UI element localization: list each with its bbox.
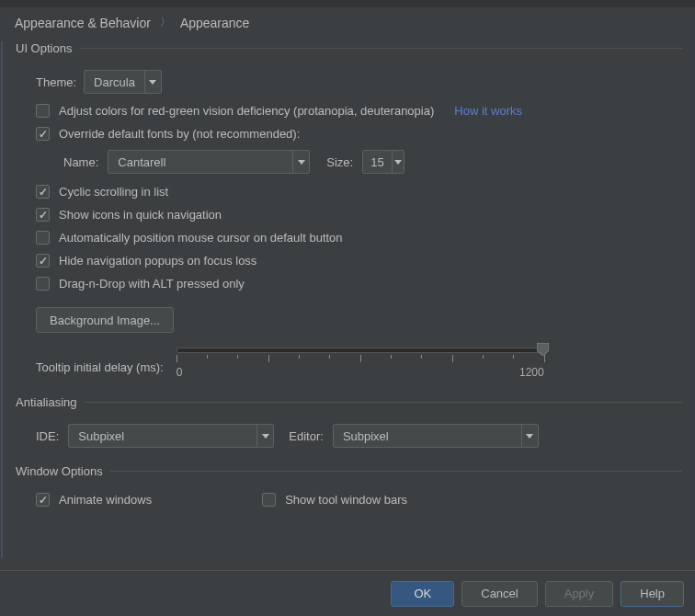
auto-mouse-label: Automatically position mouse cursor on d… xyxy=(59,231,343,245)
animate-windows-label: Animate windows xyxy=(59,493,152,507)
breadcrumb-parent[interactable]: Appearance & Behavior xyxy=(15,16,151,30)
chevron-down-icon[interactable] xyxy=(144,71,161,93)
slider-max-label: 1200 xyxy=(519,366,544,379)
svg-marker-5 xyxy=(526,434,533,439)
dialog-footer: OK Cancel Apply Help xyxy=(0,570,695,616)
chevron-right-icon: 〉 xyxy=(160,15,171,30)
chevron-down-icon[interactable] xyxy=(521,425,538,447)
svg-marker-1 xyxy=(298,160,305,165)
tooltip-delay-slider[interactable] xyxy=(177,348,544,353)
show-icons-checkbox[interactable] xyxy=(36,208,50,222)
svg-marker-3 xyxy=(537,343,549,356)
show-tool-bars-label: Show tool window bars xyxy=(285,493,407,507)
hide-popups-checkbox[interactable] xyxy=(36,254,50,268)
editor-aa-select[interactable]: Subpixel xyxy=(333,424,539,448)
adjust-colors-checkbox[interactable] xyxy=(36,104,50,118)
drag-alt-checkbox[interactable] xyxy=(36,277,50,291)
chevron-down-icon[interactable] xyxy=(392,151,404,173)
section-title-antialiasing: Antialiasing xyxy=(16,395,77,409)
breadcrumb-current: Appearance xyxy=(180,16,250,30)
animate-windows-checkbox[interactable] xyxy=(36,493,50,507)
theme-select[interactable]: Darcula xyxy=(84,70,162,94)
svg-marker-2 xyxy=(394,160,402,165)
show-icons-label: Show icons in quick navigation xyxy=(59,208,222,222)
background-image-button[interactable]: Background Image... xyxy=(36,307,174,333)
breadcrumb: Appearance & Behavior 〉 Appearance xyxy=(0,7,695,41)
font-size-label: Size: xyxy=(326,155,353,169)
section-title-window-options: Window Options xyxy=(16,464,103,478)
override-fonts-label: Override default fonts by (not recommend… xyxy=(59,127,300,141)
svg-marker-0 xyxy=(149,80,156,85)
tooltip-delay-label: Tooltip initial delay (ms): xyxy=(36,346,164,374)
theme-label: Theme: xyxy=(36,75,76,89)
editor-aa-label: Editor: xyxy=(289,429,324,443)
adjust-colors-label: Adjust colors for red-green vision defic… xyxy=(59,104,434,118)
drag-alt-label: Drag-n-Drop with ALT pressed only xyxy=(59,277,245,291)
ide-aa-label: IDE: xyxy=(36,429,59,443)
chevron-down-icon[interactable] xyxy=(256,425,273,447)
cyclic-scrolling-checkbox[interactable] xyxy=(36,185,50,199)
font-name-label: Name: xyxy=(63,155,98,169)
font-size-select[interactable]: 15 xyxy=(362,150,404,174)
auto-mouse-checkbox[interactable] xyxy=(36,231,50,245)
override-fonts-checkbox[interactable] xyxy=(36,127,50,141)
apply-button[interactable]: Apply xyxy=(545,581,614,607)
svg-marker-4 xyxy=(262,434,269,439)
chevron-down-icon[interactable] xyxy=(292,151,309,173)
hide-popups-label: Hide navigation popups on focus loss xyxy=(59,254,256,268)
font-name-select[interactable]: Cantarell xyxy=(108,150,310,174)
cyclic-scrolling-label: Cyclic scrolling in list xyxy=(59,185,168,199)
ok-button[interactable]: OK xyxy=(391,581,454,607)
section-title-ui-options: UI Options xyxy=(16,41,72,55)
cancel-button[interactable]: Cancel xyxy=(461,581,537,607)
help-button[interactable]: Help xyxy=(621,581,684,607)
show-tool-bars-checkbox[interactable] xyxy=(262,493,276,507)
ide-aa-select[interactable]: Subpixel xyxy=(68,424,274,448)
slider-thumb-icon[interactable] xyxy=(537,343,549,356)
how-it-works-link[interactable]: How it works xyxy=(454,104,522,118)
slider-min-label: 0 xyxy=(177,366,183,379)
